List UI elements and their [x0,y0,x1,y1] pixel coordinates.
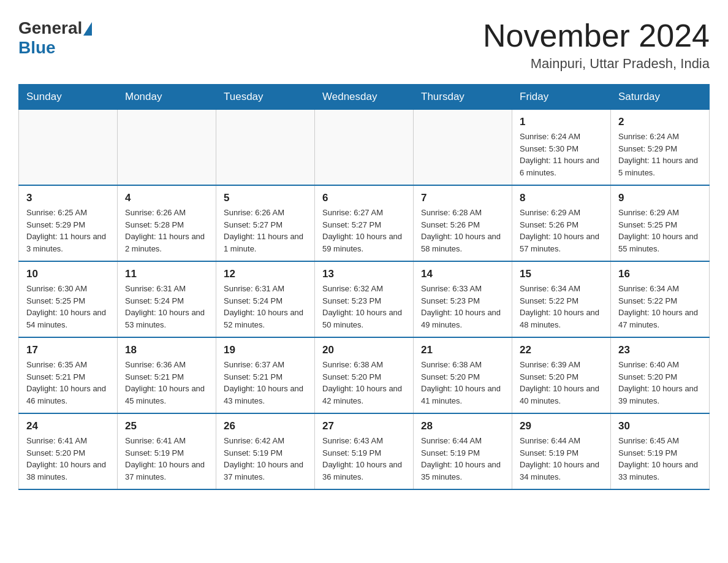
calendar-cell: 17Sunrise: 6:35 AMSunset: 5:21 PMDayligh… [19,337,118,413]
calendar-cell: 26Sunrise: 6:42 AMSunset: 5:19 PMDayligh… [216,413,315,489]
day-number: 15 [520,268,603,280]
day-number: 21 [421,344,504,356]
day-info: Sunrise: 6:36 AMSunset: 5:21 PMDaylight:… [125,359,208,407]
day-number: 29 [520,420,603,432]
calendar-cell: 25Sunrise: 6:41 AMSunset: 5:19 PMDayligh… [118,413,216,489]
day-info: Sunrise: 6:24 AMSunset: 5:29 PMDaylight:… [618,131,702,178]
calendar-week-row: 10Sunrise: 6:30 AMSunset: 5:25 PMDayligh… [19,261,710,337]
calendar-cell: 24Sunrise: 6:41 AMSunset: 5:20 PMDayligh… [19,413,118,489]
calendar-cell: 8Sunrise: 6:29 AMSunset: 5:26 PMDaylight… [512,185,611,261]
day-info: Sunrise: 6:32 AMSunset: 5:23 PMDaylight:… [322,283,406,331]
day-number: 12 [224,268,307,280]
day-number: 1 [520,116,603,128]
calendar-body: 1Sunrise: 6:24 AMSunset: 5:30 PMDaylight… [19,110,710,490]
day-number: 20 [322,344,406,356]
logo-general-text: General [18,18,82,38]
day-info: Sunrise: 6:31 AMSunset: 5:24 PMDaylight:… [224,283,307,331]
calendar-cell: 29Sunrise: 6:44 AMSunset: 5:19 PMDayligh… [512,413,611,489]
day-number: 17 [26,344,110,356]
calendar-cell: 3Sunrise: 6:25 AMSunset: 5:29 PMDaylight… [19,185,118,261]
calendar-cell: 20Sunrise: 6:38 AMSunset: 5:20 PMDayligh… [315,337,414,413]
weekday-header-thursday: Thursday [414,85,512,110]
day-number: 18 [125,344,208,356]
day-info: Sunrise: 6:45 AMSunset: 5:19 PMDaylight:… [618,435,702,483]
calendar-cell: 18Sunrise: 6:36 AMSunset: 5:21 PMDayligh… [118,337,216,413]
day-info: Sunrise: 6:27 AMSunset: 5:27 PMDaylight:… [322,207,406,255]
weekday-header-monday: Monday [118,85,216,110]
calendar-cell: 11Sunrise: 6:31 AMSunset: 5:24 PMDayligh… [118,261,216,337]
weekday-header-row: SundayMondayTuesdayWednesdayThursdayFrid… [19,85,710,110]
logo-blue-text: Blue [18,38,56,58]
calendar-cell [19,110,118,186]
day-info: Sunrise: 6:25 AMSunset: 5:29 PMDaylight:… [26,207,110,255]
weekday-header-wednesday: Wednesday [315,85,414,110]
day-number: 30 [618,420,702,432]
day-info: Sunrise: 6:28 AMSunset: 5:26 PMDaylight:… [421,207,504,255]
calendar-week-row: 1Sunrise: 6:24 AMSunset: 5:30 PMDaylight… [19,110,710,186]
calendar-cell: 16Sunrise: 6:34 AMSunset: 5:22 PMDayligh… [611,261,710,337]
day-info: Sunrise: 6:39 AMSunset: 5:20 PMDaylight:… [520,359,603,407]
day-number: 24 [26,420,110,432]
day-info: Sunrise: 6:40 AMSunset: 5:20 PMDaylight:… [618,359,702,407]
day-number: 27 [322,420,406,432]
calendar-cell: 13Sunrise: 6:32 AMSunset: 5:23 PMDayligh… [315,261,414,337]
weekday-header-sunday: Sunday [19,85,118,110]
calendar-week-row: 3Sunrise: 6:25 AMSunset: 5:29 PMDaylight… [19,185,710,261]
day-info: Sunrise: 6:33 AMSunset: 5:23 PMDaylight:… [421,283,504,331]
title-area: November 2024 Mainpuri, Uttar Pradesh, I… [483,18,710,72]
day-info: Sunrise: 6:41 AMSunset: 5:19 PMDaylight:… [125,435,208,483]
calendar-cell [414,110,512,186]
location-title: Mainpuri, Uttar Pradesh, India [483,56,710,72]
day-number: 2 [618,116,702,128]
day-number: 19 [224,344,307,356]
calendar-week-row: 24Sunrise: 6:41 AMSunset: 5:20 PMDayligh… [19,413,710,489]
page-header: General Blue November 2024 Mainpuri, Utt… [18,18,710,72]
day-number: 7 [421,192,504,204]
day-info: Sunrise: 6:44 AMSunset: 5:19 PMDaylight:… [421,435,504,483]
calendar-cell: 19Sunrise: 6:37 AMSunset: 5:21 PMDayligh… [216,337,315,413]
day-info: Sunrise: 6:34 AMSunset: 5:22 PMDaylight:… [618,283,702,331]
day-info: Sunrise: 6:30 AMSunset: 5:25 PMDaylight:… [26,283,110,331]
month-title: November 2024 [483,18,710,53]
weekday-header-saturday: Saturday [611,85,710,110]
calendar-cell [216,110,315,186]
day-info: Sunrise: 6:37 AMSunset: 5:21 PMDaylight:… [224,359,307,407]
logo-triangle-icon [83,22,92,36]
calendar-cell: 10Sunrise: 6:30 AMSunset: 5:25 PMDayligh… [19,261,118,337]
day-number: 9 [618,192,702,204]
day-number: 22 [520,344,603,356]
calendar-cell: 27Sunrise: 6:43 AMSunset: 5:19 PMDayligh… [315,413,414,489]
day-number: 5 [224,192,307,204]
weekday-header-friday: Friday [512,85,611,110]
logo: General Blue [18,18,92,58]
weekday-header-tuesday: Tuesday [216,85,315,110]
day-number: 10 [26,268,110,280]
day-info: Sunrise: 6:34 AMSunset: 5:22 PMDaylight:… [520,283,603,331]
day-info: Sunrise: 6:44 AMSunset: 5:19 PMDaylight:… [520,435,603,483]
calendar-table: SundayMondayTuesdayWednesdayThursdayFrid… [18,84,710,490]
calendar-cell: 22Sunrise: 6:39 AMSunset: 5:20 PMDayligh… [512,337,611,413]
day-number: 13 [322,268,406,280]
calendar-cell: 21Sunrise: 6:38 AMSunset: 5:20 PMDayligh… [414,337,512,413]
day-number: 3 [26,192,110,204]
calendar-cell: 1Sunrise: 6:24 AMSunset: 5:30 PMDaylight… [512,110,611,186]
calendar-cell: 15Sunrise: 6:34 AMSunset: 5:22 PMDayligh… [512,261,611,337]
calendar-header: SundayMondayTuesdayWednesdayThursdayFrid… [19,85,710,110]
day-number: 6 [322,192,406,204]
day-info: Sunrise: 6:38 AMSunset: 5:20 PMDaylight:… [421,359,504,407]
day-info: Sunrise: 6:31 AMSunset: 5:24 PMDaylight:… [125,283,208,331]
day-number: 23 [618,344,702,356]
day-info: Sunrise: 6:41 AMSunset: 5:20 PMDaylight:… [26,435,110,483]
day-info: Sunrise: 6:29 AMSunset: 5:25 PMDaylight:… [618,207,702,255]
calendar-cell: 14Sunrise: 6:33 AMSunset: 5:23 PMDayligh… [414,261,512,337]
day-number: 28 [421,420,504,432]
day-number: 8 [520,192,603,204]
day-info: Sunrise: 6:35 AMSunset: 5:21 PMDaylight:… [26,359,110,407]
day-info: Sunrise: 6:26 AMSunset: 5:28 PMDaylight:… [125,207,208,255]
day-number: 25 [125,420,208,432]
calendar-week-row: 17Sunrise: 6:35 AMSunset: 5:21 PMDayligh… [19,337,710,413]
day-number: 16 [618,268,702,280]
day-info: Sunrise: 6:24 AMSunset: 5:30 PMDaylight:… [520,131,603,178]
calendar-cell: 23Sunrise: 6:40 AMSunset: 5:20 PMDayligh… [611,337,710,413]
day-info: Sunrise: 6:29 AMSunset: 5:26 PMDaylight:… [520,207,603,255]
